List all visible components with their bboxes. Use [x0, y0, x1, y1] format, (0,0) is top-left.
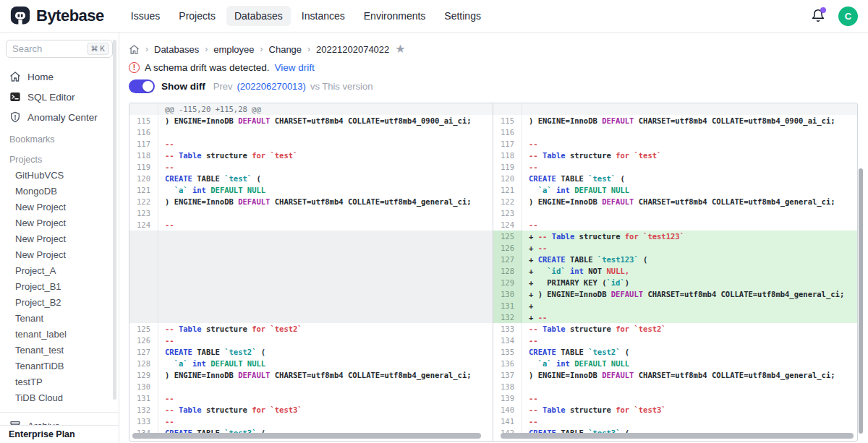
code-line: `a` int DEFAULT NULL — [522, 358, 857, 369]
breadcrumb-item[interactable]: Change — [269, 44, 302, 55]
sidebar-project-item[interactable]: Project_A — [0, 263, 119, 279]
code-line: + — [522, 300, 857, 311]
code-line — [158, 381, 493, 392]
code-line: ) ENGINE=InnoDB DEFAULT CHARSET=utf8mb4 … — [522, 115, 857, 126]
show-diff-toggle[interactable] — [129, 79, 155, 93]
diff-row — [493, 103, 857, 115]
page-vertical-scrollbar[interactable] — [859, 168, 863, 434]
code-line: @@ -115,20 +115,28 @@ — [158, 103, 493, 115]
notification-dot — [820, 7, 826, 13]
sidebar-project-item[interactable]: New Project — [0, 215, 119, 231]
line-number: 126 — [129, 335, 158, 346]
code-line — [158, 300, 493, 311]
top-nav-item-instances[interactable]: Instances — [294, 6, 353, 26]
left-horizontal-scrollbar[interactable] — [132, 433, 481, 439]
code-line: -- — [522, 416, 857, 427]
home-icon — [9, 71, 21, 82]
code-line: CREATE TABLE `test` ( — [522, 173, 857, 184]
breadcrumb-item[interactable]: employee — [213, 44, 254, 55]
search-input[interactable]: Search ⌘ K — [6, 40, 113, 58]
code-line — [158, 231, 493, 242]
sidebar-section-projects: Projects — [0, 147, 119, 168]
code-line: -- — [522, 219, 857, 231]
line-number: 115 — [129, 115, 158, 126]
project-list: GitHubVCSMongoDBNew ProjectNew ProjectNe… — [0, 168, 119, 406]
top-nav-item-issues[interactable]: Issues — [123, 6, 168, 26]
diff-row: 126-- — [129, 335, 493, 346]
sidebar-item-label: Anomaly Center — [27, 112, 98, 123]
sidebar-project-item[interactable]: testTP — [0, 374, 119, 390]
alert-message: A schema drift was detected. — [145, 62, 270, 73]
line-number: 117 — [129, 138, 158, 150]
sidebar-project-item[interactable]: TenantTiDB — [0, 358, 119, 374]
line-number: 115 — [493, 115, 522, 126]
code-line — [158, 311, 493, 323]
diff-row: 133-- — [129, 416, 493, 427]
code-line: `a` int DEFAULT NULL — [522, 184, 857, 196]
sidebar-scrollbar[interactable] — [113, 40, 116, 400]
line-number: 123 — [129, 207, 158, 219]
sidebar-project-item[interactable]: TiDB Cloud — [0, 390, 119, 406]
line-number — [129, 288, 158, 300]
prev-version-link[interactable]: (202206270013) — [237, 81, 305, 92]
sidebar-item-home[interactable]: Home — [0, 66, 119, 87]
diff-row: 118-- Table structure for `test` — [129, 150, 493, 161]
diff-row: 117-- — [493, 138, 857, 150]
star-icon[interactable]: ★ — [395, 44, 405, 54]
line-number: 122 — [493, 196, 522, 207]
user-avatar[interactable]: C — [838, 7, 858, 26]
line-number: 127 — [129, 346, 158, 358]
top-nav-items: IssuesProjectsDatabasesInstancesEnvironm… — [123, 6, 489, 26]
diff-row: @@ -115,20 +115,28 @@ — [129, 103, 493, 115]
breadcrumb-item[interactable]: Databases — [154, 44, 199, 55]
sidebar-project-item[interactable]: Tenant — [0, 311, 119, 327]
diff-row: 127+ CREATE TABLE `test123` ( — [493, 254, 857, 265]
sidebar-item-sql-editor[interactable]: SQL Editor — [0, 87, 119, 107]
sidebar-project-item[interactable]: tenant_label — [0, 327, 119, 343]
top-nav-item-settings[interactable]: Settings — [436, 6, 489, 26]
sidebar-project-item[interactable]: New Project — [0, 247, 119, 263]
line-number: 128 — [493, 265, 522, 277]
vs-this-version-label: vs This version — [310, 81, 373, 92]
bytebase-logo-icon — [10, 6, 30, 26]
diff-toggle-row: Show diff Prev (202206270013) vs This ve… — [129, 79, 868, 93]
notifications-button[interactable] — [811, 9, 825, 23]
breadcrumb: ›Databases›employee›Change›2022120207402… — [129, 43, 868, 56]
view-drift-link[interactable]: View drift — [275, 62, 315, 73]
sidebar-project-item[interactable]: GitHubVCS — [0, 168, 119, 184]
diff-row — [129, 254, 493, 265]
schema-diff-panel: @@ -115,20 +115,28 @@115) ENGINE=InnoDB … — [129, 103, 858, 442]
sidebar-project-item[interactable]: MongoDB — [0, 184, 119, 199]
bytebase-logo[interactable]: Bytebase — [10, 6, 104, 26]
sidebar-item-anomaly-center[interactable]: Anomaly Center — [0, 107, 119, 127]
breadcrumb-home-icon[interactable] — [129, 44, 140, 55]
code-line: -- — [158, 161, 493, 173]
top-nav-item-databases[interactable]: Databases — [226, 6, 291, 26]
line-number — [493, 103, 522, 115]
top-nav-item-environments[interactable]: Environments — [356, 6, 434, 26]
diff-row: 137) ENGINE=InnoDB DEFAULT CHARSET=utf8m… — [493, 369, 857, 381]
top-nav-item-projects[interactable]: Projects — [171, 6, 224, 26]
breadcrumb-item[interactable]: 20221202074022 — [316, 44, 389, 55]
diff-row: 117-- — [129, 138, 493, 150]
code-line: ) ENGINE=InnoDB DEFAULT CHARSET=utf8mb4 … — [158, 369, 493, 381]
line-number: 140 — [493, 404, 522, 416]
line-number: 133 — [129, 416, 158, 427]
line-number: 132 — [493, 311, 522, 323]
line-number — [129, 300, 158, 311]
breadcrumb-separator: › — [260, 44, 263, 54]
diff-row — [129, 311, 493, 323]
main-content: ›Databases›employee›Change›2022120207402… — [119, 33, 868, 443]
sidebar-project-item[interactable]: New Project — [0, 231, 119, 247]
line-number: 125 — [129, 323, 158, 335]
code-line: -- — [522, 161, 857, 173]
sidebar-project-item[interactable]: Tenant_test — [0, 343, 119, 358]
sidebar-project-item[interactable]: Project_B1 — [0, 279, 119, 295]
right-horizontal-scrollbar[interactable] — [501, 433, 854, 439]
line-number: 119 — [129, 161, 158, 173]
code-line: -- Table structure for `test2` — [522, 323, 857, 335]
sidebar-project-item[interactable]: New Project — [0, 199, 119, 215]
line-number: 131 — [129, 392, 158, 404]
line-number — [129, 231, 158, 242]
sidebar-project-item[interactable]: Project_B2 — [0, 295, 119, 311]
